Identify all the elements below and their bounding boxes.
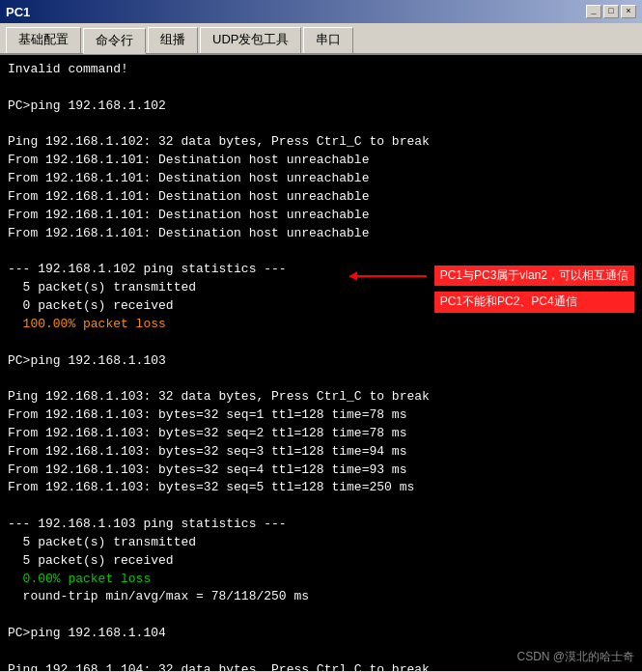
terminal-line: round-trip min/avg/max = 78/118/250 ms — [8, 588, 634, 606]
terminal-line: From 192.168.1.103: bytes=32 seq=3 ttl=1… — [8, 443, 634, 462]
watermark: CSDN @漠北的哈士奇 — [516, 649, 634, 665]
window: PC1 _ □ × 基础配置 命令行 组播 UDP发包工具 串口 Invalid… — [0, 0, 642, 671]
terminal-line: 0 packet(s) received — [8, 297, 634, 316]
terminal-line: PC>ping 192.168.1.104 — [8, 625, 634, 643]
tab-multicast[interactable]: 组播 — [148, 27, 198, 53]
terminal-line: Invalid command! — [8, 61, 634, 79]
terminal-line: From 192.168.1.101: Destination host unr… — [8, 225, 634, 243]
terminal-line — [8, 334, 634, 352]
terminal-line: From 192.168.1.103: bytes=32 seq=5 ttl=1… — [8, 479, 634, 497]
terminal-line — [8, 497, 634, 516]
terminal-line: From 192.168.1.101: Destination host unr… — [8, 207, 634, 225]
tab-udp-tool[interactable]: UDP发包工具 — [200, 27, 301, 53]
tab-serial[interactable]: 串口 — [303, 27, 353, 53]
terminal-line — [8, 606, 634, 625]
terminal-line: From 192.168.1.101: Destination host unr… — [8, 152, 634, 170]
terminal-line: From 192.168.1.103: bytes=32 seq=2 ttl=1… — [8, 425, 634, 443]
terminal-line — [8, 79, 634, 98]
title-bar: PC1 _ □ × — [0, 0, 642, 23]
terminal-line: Ping 192.168.1.103: 32 data bytes, Press… — [8, 388, 634, 406]
window-title: PC1 — [6, 5, 586, 19]
terminal-content: Invalid command! PC>ping 192.168.1.102 P… — [8, 61, 634, 671]
tab-basic-config[interactable]: 基础配置 — [6, 27, 81, 53]
terminal-line: From 192.168.1.103: bytes=32 seq=1 ttl=1… — [8, 406, 634, 425]
terminal[interactable]: Invalid command! PC>ping 192.168.1.102 P… — [0, 55, 642, 671]
maximize-button[interactable]: □ — [603, 5, 619, 18]
terminal-line: From 192.168.1.101: Destination host unr… — [8, 188, 634, 207]
terminal-line: PC>ping 192.168.1.103 — [8, 352, 634, 371]
terminal-line: 100.00% packet loss — [8, 316, 634, 334]
tab-command-line[interactable]: 命令行 — [83, 28, 146, 54]
terminal-line: From 192.168.1.103: bytes=32 seq=4 ttl=1… — [8, 462, 634, 480]
terminal-line: From 192.168.1.101: Destination host unr… — [8, 170, 634, 188]
minimize-button[interactable]: _ — [586, 5, 601, 18]
terminal-line — [8, 242, 634, 261]
terminal-line: 5 packet(s) received — [8, 552, 634, 571]
close-button[interactable]: × — [621, 5, 636, 18]
terminal-line: --- 192.168.1.102 ping statistics --- — [8, 261, 634, 279]
terminal-line: --- 192.168.1.103 ping statistics --- — [8, 516, 634, 534]
window-controls[interactable]: _ □ × — [586, 5, 636, 18]
tab-bar: 基础配置 命令行 组播 UDP发包工具 串口 — [0, 23, 642, 55]
terminal-line — [8, 116, 634, 134]
terminal-line — [8, 370, 634, 388]
terminal-line: PC>ping 192.168.1.102 — [8, 98, 634, 116]
terminal-line: 5 packet(s) transmitted — [8, 279, 634, 297]
terminal-line: Ping 192.168.1.102: 32 data bytes, Press… — [8, 133, 634, 152]
terminal-line: 5 packet(s) transmitted — [8, 534, 634, 552]
terminal-line: 0.00% packet loss — [8, 571, 634, 589]
